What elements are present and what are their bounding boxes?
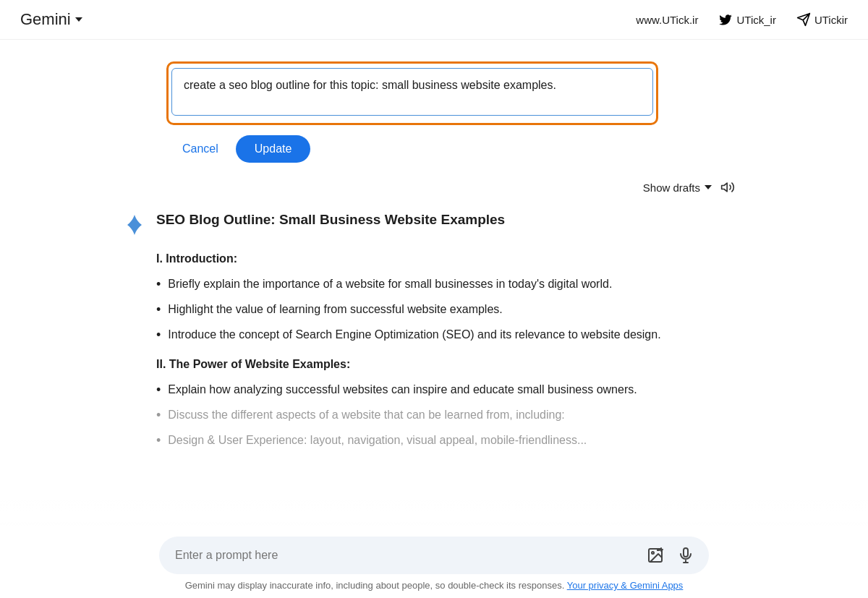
image-upload-button[interactable] xyxy=(644,544,667,567)
section-2-heading: II. The Power of Website Examples: xyxy=(156,358,745,371)
bullet-1-2: Highlight the value of learning from suc… xyxy=(156,301,745,319)
update-button[interactable]: Update xyxy=(236,135,311,163)
edit-actions: Cancel Update xyxy=(174,135,310,163)
show-drafts-label: Show drafts xyxy=(643,181,700,194)
edit-input-wrapper xyxy=(166,61,658,125)
telegram-label: UTickir xyxy=(814,14,848,26)
cancel-button[interactable]: Cancel xyxy=(174,137,227,161)
svg-marker-0 xyxy=(722,183,728,192)
speaker-button[interactable] xyxy=(718,177,738,197)
header: Gemini www.UTick.ir UTick_ir UTickir xyxy=(0,0,868,40)
twitter-social: UTick_ir xyxy=(718,12,775,27)
site-url-label: www.UTick.ir xyxy=(636,14,698,26)
app-chevron-icon xyxy=(75,17,82,22)
app-name-label: Gemini xyxy=(20,10,71,29)
speaker-icon xyxy=(720,179,735,196)
telegram-icon xyxy=(796,12,811,27)
microphone-icon xyxy=(677,547,694,564)
image-icon xyxy=(647,547,664,564)
header-right: www.UTick.ir UTick_ir UTickir xyxy=(636,12,848,27)
svg-point-2 xyxy=(652,552,654,554)
privacy-link[interactable]: Your privacy & Gemini Apps xyxy=(567,580,684,591)
edit-area: Cancel Update xyxy=(123,61,745,163)
show-drafts-row: Show drafts xyxy=(123,177,745,197)
bullet-1-3: Introduce the concept of Search Engine O… xyxy=(156,326,745,344)
svg-rect-5 xyxy=(684,548,688,557)
disclaimer: Gemini may display inaccurate info, incl… xyxy=(185,580,684,591)
bullet-2-2: Discuss the different aspects of a websi… xyxy=(156,406,745,424)
telegram-social: UTickir xyxy=(796,12,848,27)
response-body: I. Introduction: Briefly explain the imp… xyxy=(123,252,745,450)
section-1-heading: I. Introduction: xyxy=(156,252,745,265)
app-name-button[interactable]: Gemini xyxy=(20,10,82,29)
disclaimer-text: Gemini may display inaccurate info, incl… xyxy=(185,580,565,591)
prompt-input[interactable] xyxy=(175,549,637,562)
bullet-1-1: Briefly explain the importance of a webs… xyxy=(156,275,745,294)
prompt-input-wrapper xyxy=(159,537,709,574)
bullet-2-3: Design & User Experience: layout, naviga… xyxy=(156,432,745,450)
response-title: SEO Blog Outline: Small Business Website… xyxy=(156,212,505,228)
main-content: Cancel Update Show drafts SEO Blog xyxy=(109,40,760,535)
response-header: SEO Blog Outline: Small Business Website… xyxy=(123,212,745,239)
section-1-bullets: Briefly explain the importance of a webs… xyxy=(156,275,745,345)
bottom-bar: Gemini may display inaccurate info, incl… xyxy=(0,526,868,598)
show-drafts-button[interactable]: Show drafts xyxy=(643,181,712,194)
microphone-button[interactable] xyxy=(674,544,697,567)
response-area: SEO Blog Outline: Small Business Website… xyxy=(123,212,745,450)
section-2-bullets: Explain how analyzing successful website… xyxy=(156,381,745,450)
gemini-star-icon xyxy=(123,213,146,239)
twitter-label: UTick_ir xyxy=(736,14,775,26)
twitter-icon xyxy=(718,12,733,27)
drafts-chevron-icon xyxy=(705,185,712,189)
edit-prompt-input[interactable] xyxy=(171,68,653,116)
bullet-2-1: Explain how analyzing successful website… xyxy=(156,381,745,399)
